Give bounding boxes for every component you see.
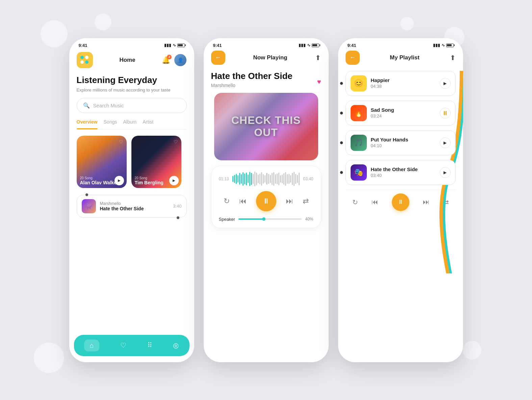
speaker-percent: 40% [305,217,313,221]
playlist-header: ← My Playlist ⬆ [346,51,456,65]
nav-favorites[interactable]: ♡ [120,341,126,349]
playlist-play-3[interactable]: ▶ [440,137,451,148]
heart-icon-1[interactable]: ♡ [119,139,123,144]
next-btn-3[interactable]: ⏭ [423,198,430,206]
play-btn-1[interactable]: ▶ [115,176,124,185]
status-icons-2: ▮▮▮ ∿ [299,43,319,48]
bottom-navigation: ⌂ ♡ ⠿ ◎ [74,335,189,356]
wifi-icon-1: ∿ [173,43,176,48]
signal-icon-2: ▮▮▮ [299,43,306,48]
hero-subtitle: Explore millions of music according to y… [77,87,187,92]
mini-duration: 3:40 [173,204,181,209]
playlist-pin-4 [340,171,343,174]
artist-card-1[interactable]: ♡ 20 Song Alan Olav Walker ▶ [77,136,127,188]
playlist-dur-4: 03:40 [371,173,382,178]
play-pause-btn-3[interactable]: ⏸ [392,193,409,211]
playlist-item-4[interactable]: 🎭 Hate the Other Side 03:40 ▶ [346,160,456,185]
artist-name-2: Tim Bergling [135,180,163,185]
prev-btn-3[interactable]: ⏮ [372,198,378,206]
playlist-play-2[interactable] [440,108,451,118]
playlist-art-4: 🎭 [351,164,367,181]
search-placeholder: Search Music [93,103,124,108]
battery-icon-3 [446,44,454,47]
time-current: 01:13 [219,177,229,181]
song-artist: Marshmello [211,83,293,88]
album-art-big: CHECK THISOUT [214,93,318,160]
artist-card-2[interactable]: ♡ 20 Song Tim Bergling ▶ [131,136,181,188]
home-title: Home [119,57,135,63]
phone-notch [111,38,152,46]
nav-profile[interactable]: ◎ [173,341,179,349]
now-playing-mini[interactable]: 👾 Marshmello Hate the Other Side 3:40 [77,195,187,218]
search-bar[interactable]: 🔍 Search Music [77,98,187,113]
back-button-2[interactable]: ← [211,51,225,65]
artist-name-1: Alan Olav Walker [80,180,119,185]
playlist-dur-3: 04:10 [371,143,382,148]
repeat-btn-3[interactable]: ↻ [352,198,358,206]
mini-album-art: 👾 [82,199,96,213]
search-icon: 🔍 [83,102,90,109]
tab-songs[interactable]: Songs [104,119,117,127]
status-icons-1: ▮▮▮ ∿ [164,43,185,48]
tab-album[interactable]: Album [123,119,136,127]
phone-notch-3 [380,38,421,46]
nav-home[interactable]: ⌂ [84,340,99,351]
user-avatar[interactable]: 👤 [174,54,186,66]
home-nav-icon: ⌂ [90,342,94,349]
playlist-title: My Playlist [390,54,420,61]
playlist-item-3[interactable]: 🎵 Put Your Hands 04:10 ▶ [346,130,456,155]
next-button[interactable]: ⏭ [286,197,293,206]
artists-row: ♡ 20 Song Alan Olav Walker ▶ ♡ 20 Song T… [77,136,187,188]
status-icons-3: ▮▮▮ ∿ [433,43,454,48]
battery-icon-1 [177,44,185,47]
play-btn-2[interactable]: ▶ [169,176,179,185]
signal-icon-1: ▮▮▮ [164,43,171,48]
phone-home: 9:41 ▮▮▮ ∿ Home [69,38,194,362]
playlist-art-1: 😊 [351,75,367,91]
share-icon-3[interactable]: ⬆ [450,54,456,62]
phone-now-playing: 9:41 ▮▮▮ ∿ ← Now Playing ⬆ Hate the Othe… [204,38,329,362]
circle-nav-icon: ◎ [173,341,179,349]
playlist-info-1: Happier 04:38 [371,77,436,89]
nav-browse[interactable]: ⠿ [147,341,152,349]
artist-label-2: 20 Song Tim Bergling [135,176,163,185]
now-playing-title: Now Playing [253,54,287,61]
pause-icon-3: ⏸ [398,198,404,206]
prev-button[interactable]: ⏮ [239,197,247,206]
playlist-art-2: 🔥 [351,105,367,121]
phone-notch-2 [246,38,286,46]
mini-artist: Marshmello [100,201,169,206]
artist-label-1: 20 Song Alan Olav Walker [80,176,119,185]
playlist-song-3: Put Your Hands [371,137,436,142]
playlist-play-1[interactable]: ▶ [440,78,451,89]
artist-song-count-1: 20 Song [80,176,119,180]
home-header: Home 🔔 2 👤 [77,51,187,68]
playlist-song-1: Happier [371,77,436,83]
favorite-heart[interactable]: ♥ [317,78,321,86]
waveform[interactable] [232,172,300,186]
player-box: 01:13 03:40 ↻ ⏮ ⏸ ⏭ ⇄ [211,166,321,228]
share-icon-2[interactable]: ⬆ [315,54,321,62]
heart-nav-icon: ♡ [120,341,126,349]
back-button-3[interactable]: ← [346,51,360,65]
playlist-dur-1: 04:38 [371,84,382,89]
playlist-dur-2: 03:24 [371,113,382,118]
repeat-button[interactable]: ↻ [224,197,230,206]
shuffle-button[interactable]: ⇄ [303,197,309,206]
tab-artist[interactable]: Artist [143,119,153,127]
speaker-bar[interactable] [238,218,302,220]
playlist-song-4: Hate the Other Side [371,166,436,172]
phone-playlist: 9:41 ▮▮▮ ∿ ← My Playlist ⬆ [338,38,463,362]
heart-icon-2[interactable]: ♡ [174,139,178,144]
status-time-2: 9:41 [213,43,222,48]
playlist-item-2[interactable]: 🔥 Sad Song 03:24 [346,101,456,126]
song-title-row: Hate the Other Side Marshmello ♥ [211,71,321,93]
battery-icon-2 [312,44,319,47]
app-logo[interactable] [77,52,93,68]
playlist-item-1[interactable]: 😊 Happier 04:38 ▶ [346,71,456,96]
playlist-play-4[interactable]: ▶ [440,167,451,178]
notification-bell[interactable]: 🔔 2 [162,56,170,64]
waveform-area: 01:13 03:40 [219,172,313,186]
play-pause-button[interactable]: ⏸ [256,191,276,211]
tab-overview[interactable]: Overview [77,119,98,127]
